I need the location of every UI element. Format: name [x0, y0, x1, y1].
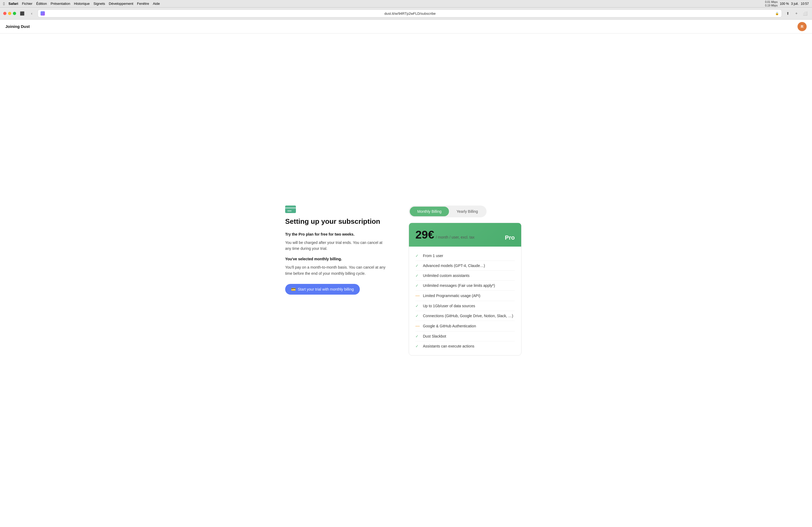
lock-icon: 🔒: [775, 12, 779, 15]
share-button[interactable]: ⬆: [784, 10, 792, 17]
new-tab-button[interactable]: ＋: [793, 10, 800, 17]
trial-headline: Try the Pro plan for free for two weeks.: [285, 232, 387, 236]
date-display: 3 juil.: [791, 2, 799, 6]
features-list: ✓From 1 user✓Advanced models (GPT-4, Cla…: [409, 246, 521, 355]
menu-signets[interactable]: Signets: [93, 2, 105, 6]
cta-card-icon: 💳: [291, 287, 296, 291]
feature-text: Assistants can execute actions: [423, 344, 474, 348]
dash-icon: —: [416, 323, 420, 328]
billing-desc: You'll pay on a month-to-month basis. Yo…: [285, 264, 387, 276]
start-trial-button[interactable]: 💳 Start your trial with monthly billing: [285, 284, 360, 295]
price-suffix: / month / user, excl. tax: [436, 235, 475, 239]
page-content: Setting up your subscription Try the Pro…: [0, 33, 812, 527]
page-title: Setting up your subscription: [285, 217, 387, 226]
yearly-billing-button[interactable]: Yearly Billing: [449, 207, 485, 216]
feature-text: Limited Programmatic usage (API): [423, 293, 480, 298]
trial-desc: You will be charged after your trial end…: [285, 240, 387, 252]
app-header: Joining Dust R: [0, 19, 812, 33]
check-icon: ✓: [416, 273, 420, 278]
right-column: Monthly Billing Yearly Billing 29€ / mon…: [409, 206, 521, 356]
price-amount: 29€: [416, 228, 434, 241]
feature-item: —Limited Programmatic usage (API): [416, 291, 515, 301]
site-favicon: [41, 11, 45, 16]
check-icon: ✓: [416, 254, 420, 258]
tabs-button[interactable]: ⬜: [801, 10, 809, 17]
feature-item: ✓Advanced models (GPT-4, Claude…): [416, 261, 515, 271]
feature-item: ✓Unlimited custom assistants: [416, 271, 515, 281]
time-display: 10:57: [801, 2, 809, 6]
feature-text: From 1 user: [423, 254, 443, 258]
feature-item: ✓Up to 1Gb/user of data sources: [416, 301, 515, 311]
menubar:  Safari Fichier Édition Présentation Hi…: [0, 0, 812, 7]
menu-safari[interactable]: Safari: [8, 2, 18, 6]
app-logo: Joining Dust: [5, 24, 30, 29]
feature-item: ✓Dust Slackbot: [416, 331, 515, 341]
feature-text: Unlimited messages (Fair use limits appl…: [423, 283, 495, 288]
back-button[interactable]: ‹: [28, 10, 35, 17]
close-button[interactable]: [3, 12, 6, 15]
menu-fenetre[interactable]: Fenêtre: [137, 2, 149, 6]
feature-item: ✓Unlimited messages (Fair use limits app…: [416, 281, 515, 291]
left-column: Setting up your subscription Try the Pro…: [285, 206, 387, 295]
menu-edition[interactable]: Édition: [36, 2, 47, 6]
sidebar-toggle-button[interactable]: ⬛: [18, 10, 26, 17]
billing-toggle: Monthly Billing Yearly Billing: [409, 206, 487, 217]
feature-item: ✓Assistants can execute actions: [416, 341, 515, 351]
pricing-card: 29€ / month / user, excl. tax Pro ✓From …: [409, 223, 521, 356]
minimize-button[interactable]: [8, 12, 11, 15]
feature-text: Google & GitHub Authentication: [423, 324, 476, 328]
user-avatar[interactable]: R: [798, 22, 807, 31]
traffic-lights: [3, 12, 16, 15]
menu-aide[interactable]: Aide: [153, 2, 160, 6]
cta-label: Start your trial with monthly billing: [298, 287, 354, 291]
card-header: 29€ / month / user, excl. tax Pro: [409, 223, 521, 246]
menu-developpement[interactable]: Développement: [109, 2, 133, 6]
feature-text: Dust Slackbot: [423, 334, 446, 338]
feature-text: Advanced models (GPT-4, Claude…): [423, 264, 485, 268]
check-icon: ✓: [416, 264, 420, 268]
price-block: 29€ / month / user, excl. tax: [416, 228, 475, 241]
feature-text: Connections (GitHub, Google Drive, Notio…: [423, 314, 513, 318]
feature-item: ✓From 1 user: [416, 251, 515, 261]
menu-presentation[interactable]: Présentation: [50, 2, 70, 6]
feature-text: Unlimited custom assistants: [423, 273, 470, 278]
battery-status: 100 %: [780, 2, 789, 6]
check-icon: ✓: [416, 283, 420, 288]
check-icon: ✓: [416, 344, 420, 348]
feature-text: Up to 1Gb/user of data sources: [423, 304, 475, 308]
feature-item: ✓Connections (GitHub, Google Drive, Noti…: [416, 311, 515, 321]
menu-fichier[interactable]: Fichier: [22, 2, 32, 6]
network-info: 0.01 Mbps 0.19 Mbps: [765, 0, 778, 7]
credit-card-icon: [285, 206, 296, 213]
apple-logo: : [3, 1, 4, 6]
billing-headline: You've selected monthly billing.: [285, 257, 387, 261]
maximize-button[interactable]: [13, 12, 16, 15]
browser-chrome: ⬛ ‹ dust.tt/w/94RTp2wFLD/subscribe 🔒 ⬆ ＋…: [0, 7, 812, 19]
url-text: dust.tt/w/94RTp2wFLD/subscribe: [46, 12, 773, 16]
monthly-billing-button[interactable]: Monthly Billing: [410, 207, 449, 216]
check-icon: ✓: [416, 334, 420, 338]
feature-item: —Google & GitHub Authentication: [416, 321, 515, 331]
subscription-container: Setting up your subscription Try the Pro…: [285, 206, 527, 356]
plan-name: Pro: [505, 234, 515, 241]
address-bar[interactable]: dust.tt/w/94RTp2wFLD/subscribe 🔒: [38, 10, 782, 17]
check-icon: ✓: [416, 314, 420, 318]
check-icon: ✓: [416, 304, 420, 308]
dash-icon: —: [416, 293, 420, 298]
menu-historique[interactable]: Historique: [74, 2, 90, 6]
